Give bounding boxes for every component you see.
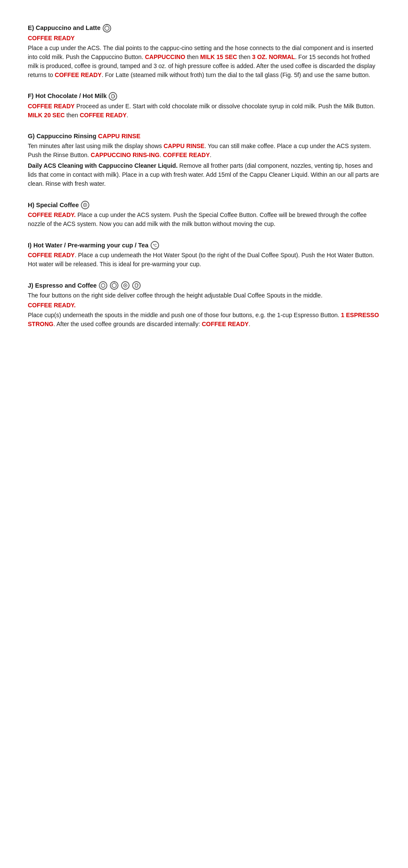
section-J: J) Espresso and Coffee <box>28 281 380 329</box>
page-content: E) Cappuccino and Latte COFFEE READY Pla… <box>0 0 408 366</box>
svg-rect-4 <box>112 95 114 98</box>
section-E-title: E) Cappuccino and Latte <box>28 24 101 33</box>
section-I-body: COFFEE READY. Place a cup underneath the… <box>28 251 380 269</box>
svg-point-14 <box>110 282 118 289</box>
cappuccino-rinsing-label: CAPPUCCINO RINS-ING <box>91 152 160 158</box>
section-E: E) Cappuccino and Latte COFFEE READY Pla… <box>28 24 380 80</box>
milk-20-sec-label: MILK 20 SEC <box>28 112 65 119</box>
section-G-title-block: G) Cappuccino Rinsing CAPPU RINSE <box>28 132 380 141</box>
svg-point-3 <box>109 92 117 100</box>
section-H-title: H) Special Coffee <box>28 201 79 210</box>
espresso-icon-4 <box>132 281 141 290</box>
daily-acs-cleaning-label: Daily ACS Cleaning with Cappuccino Clean… <box>28 162 177 169</box>
3oz-normal-label: 3 OZ. NORMAL <box>252 54 295 60</box>
coffee-ready-label-E: COFFEE READY <box>28 35 75 42</box>
section-G-body1: Ten minutes after last using milk the di… <box>28 142 380 160</box>
section-H-title-block: H) Special Coffee <box>28 200 380 210</box>
section-J-body1: The four buttons on the right side deliv… <box>28 291 380 300</box>
coffee-ready-label-I: COFFEE READY <box>28 252 75 259</box>
svg-point-0 <box>103 24 111 32</box>
svg-point-1 <box>105 26 109 30</box>
section-I-title: I) Hot Water / Pre-warming your cup / Te… <box>28 241 148 250</box>
coffee-ready-label-H: COFFEE READY. <box>28 211 76 218</box>
cappu-rinse-title-label: CAPPU RINSE <box>98 132 140 141</box>
svg-point-13 <box>101 284 105 288</box>
coffee-ready-label-E2: COFFEE READY <box>55 71 102 78</box>
svg-point-15 <box>112 283 116 288</box>
coffee-ready-label-J: COFFEE READY. <box>28 302 76 309</box>
section-H-body: COFFEE READY. Place a cup under the ACS … <box>28 211 380 229</box>
section-I-title-block: I) Hot Water / Pre-warming your cup / Te… <box>28 241 380 250</box>
svg-point-20 <box>133 282 140 289</box>
svg-point-12 <box>99 282 107 289</box>
special-coffee-icon <box>80 200 90 210</box>
coffee-ready-label-G: COFFEE READY <box>163 152 210 158</box>
section-F-title-block: F) Hot Chocolate / Hot Milk <box>28 92 380 101</box>
section-G: G) Cappuccino Rinsing CAPPU RINSE Ten mi… <box>28 132 380 188</box>
section-I: I) Hot Water / Pre-warming your cup / Te… <box>28 241 380 269</box>
espresso-icon-3 <box>121 281 130 290</box>
section-J-status: COFFEE READY. <box>28 301 380 310</box>
svg-point-19 <box>125 285 126 286</box>
section-J-title: J) Espresso and Coffee <box>28 281 97 290</box>
coffee-ready-label-F2: COFFEE READY <box>80 112 127 119</box>
section-E-title-block: E) Cappuccino and Latte <box>28 24 380 33</box>
svg-point-9 <box>85 205 86 206</box>
section-F-title: F) Hot Chocolate / Hot Milk <box>28 92 106 101</box>
hot-water-icon: ℃ <box>150 241 160 250</box>
cappuccino-label: CAPPUCCINO <box>145 54 185 60</box>
section-E-body: Place a cup under the ACS. The dial poin… <box>28 44 380 80</box>
section-G-title: G) Cappuccino Rinsing <box>28 132 96 141</box>
coffee-ready-label-F: COFFEE READY <box>28 103 75 110</box>
svg-rect-21 <box>135 284 138 287</box>
section-J-title-block: J) Espresso and Coffee <box>28 281 380 290</box>
cappuccino-icon <box>102 24 112 33</box>
espresso-icon-1 <box>98 281 108 290</box>
coffee-ready-label-J2: COFFEE READY <box>202 321 249 327</box>
section-J-body2: Place cup(s) underneath the spouts in th… <box>28 311 380 329</box>
section-G-body2: Daily ACS Cleaning with Cappuccino Clean… <box>28 161 380 188</box>
milk-15-sec-label: MILK 15 SEC <box>200 54 237 60</box>
svg-text:℃: ℃ <box>153 244 157 248</box>
section-H: H) Special Coffee COFFEE READY. Place a … <box>28 200 380 229</box>
section-F: F) Hot Chocolate / Hot Milk COFFEE READY… <box>28 92 380 120</box>
espresso-icon-2 <box>109 281 119 290</box>
section-F-body: COFFEE READY Proceed as under E. Start w… <box>28 102 380 120</box>
section-E-status: COFFEE READY <box>28 34 380 43</box>
cappu-rinse-label: CAPPU RINSE <box>163 143 204 149</box>
hot-milk-icon <box>108 92 118 101</box>
